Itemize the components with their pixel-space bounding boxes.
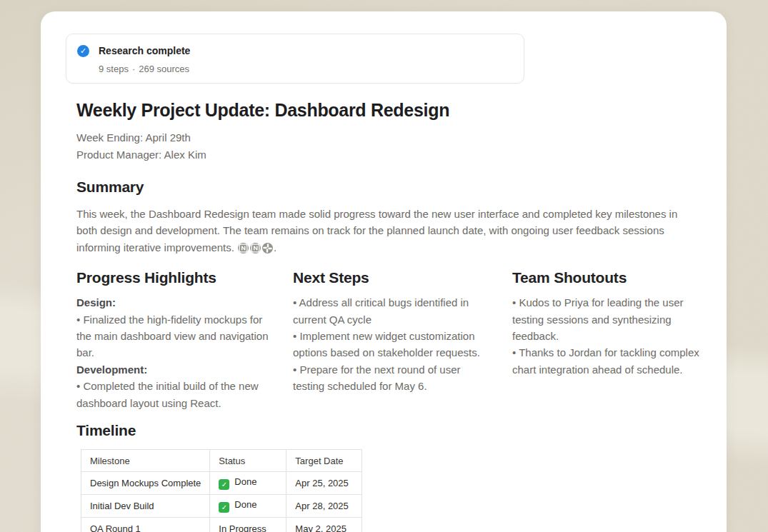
timeline-heading: Timeline xyxy=(76,421,707,440)
column-bullet-item: • Prepare for the next round of user tes… xyxy=(293,361,491,395)
timeline-table: Milestone Status Target Date Design Mock… xyxy=(81,449,362,532)
column-bullet-item: • Finalized the high-fidelity mockups fo… xyxy=(76,311,271,361)
column-team-shoutouts: Team Shoutouts• Kudos to Priya for leadi… xyxy=(512,268,707,411)
target-date-cell: Apr 28, 2025 xyxy=(286,495,362,518)
status-label: In Progress xyxy=(219,523,266,532)
done-check-icon: ✓ xyxy=(219,479,229,490)
desktop-background: { "colors": { "accent_blue": "#2383e2", … xyxy=(0,0,768,532)
notion-icon[interactable] xyxy=(250,243,261,254)
column-bullet-item: • Thanks to Jordan for tackling complex … xyxy=(512,344,707,378)
summary-heading: Summary xyxy=(76,178,707,196)
table-row: QA Round 1In ProgressMay 2, 2025 xyxy=(81,518,362,532)
column-subheading: Development: xyxy=(76,361,271,378)
slack-icon[interactable] xyxy=(262,243,273,254)
column-bullet-item: • Implement new widget customization opt… xyxy=(293,328,491,361)
notion-icon[interactable] xyxy=(238,243,249,254)
status-cell: ✓Done xyxy=(210,495,286,518)
done-check-icon: ✓ xyxy=(219,502,229,513)
page-title: Weekly Project Update: Dashboard Redesig… xyxy=(76,99,707,121)
research-status-title: Research complete xyxy=(99,45,524,57)
target-date-cell: Apr 25, 2025 xyxy=(286,472,362,495)
product-manager-line: Product Manager: Alex Kim xyxy=(76,146,707,164)
steps-count: 9 steps xyxy=(99,64,129,74)
document-card: ✓ Research complete 9 steps·269 sources … xyxy=(41,11,727,532)
table-row: Initial Dev Build✓DoneApr 28, 2025 xyxy=(81,495,362,518)
status-cell: ✓Done xyxy=(210,472,286,495)
milestone-cell: QA Round 1 xyxy=(81,518,210,532)
column-bullet-item: • Completed the initial build of the new… xyxy=(76,378,271,411)
column-header-milestone: Milestone xyxy=(81,450,210,472)
table-row: Design Mockups Complete✓DoneApr 25, 2025 xyxy=(81,472,362,495)
status-label: Done xyxy=(234,476,256,487)
status-label: Done xyxy=(234,499,256,510)
column-next-steps: Next Steps• Address all critical bugs id… xyxy=(293,268,491,411)
column-subheading: Design: xyxy=(76,294,271,311)
citation-chips xyxy=(237,241,274,254)
column-progress-highlights: Progress HighlightsDesign:• Finalized th… xyxy=(76,268,271,411)
table-header-row: Milestone Status Target Date xyxy=(81,450,362,472)
summary-text: This week, the Dashboard Redesign team m… xyxy=(76,208,677,254)
column-heading: Next Steps xyxy=(293,268,491,287)
target-date-cell: May 2, 2025 xyxy=(286,518,362,532)
summary-trailing-period: . xyxy=(274,241,276,254)
status-cell: In Progress xyxy=(210,518,286,532)
column-bullet-item: • Kudos to Priya for leading the user te… xyxy=(512,294,707,344)
sources-count: 269 sources xyxy=(139,64,189,74)
summary-paragraph: This week, the Dashboard Redesign team m… xyxy=(76,206,692,256)
column-heading: Progress Highlights xyxy=(76,268,271,287)
column-header-status: Status xyxy=(210,450,286,472)
meta-separator: · xyxy=(132,64,135,74)
column-header-target-date: Target Date xyxy=(286,450,362,472)
research-meta: 9 steps·269 sources xyxy=(99,64,524,75)
column-heading: Team Shoutouts xyxy=(512,268,707,287)
check-circle-icon: ✓ xyxy=(77,45,89,57)
research-complete-banner[interactable]: ✓ Research complete 9 steps·269 sources xyxy=(66,34,524,84)
week-ending-line: Week Ending: April 29th xyxy=(76,129,707,146)
milestone-cell: Design Mockups Complete xyxy=(81,472,210,495)
three-column-section: Progress HighlightsDesign:• Finalized th… xyxy=(76,268,707,411)
document-meta: Week Ending: April 29th Product Manager:… xyxy=(76,129,707,163)
column-bullet-item: • Address all critical bugs identified i… xyxy=(293,294,491,328)
milestone-cell: Initial Dev Build xyxy=(81,495,210,518)
